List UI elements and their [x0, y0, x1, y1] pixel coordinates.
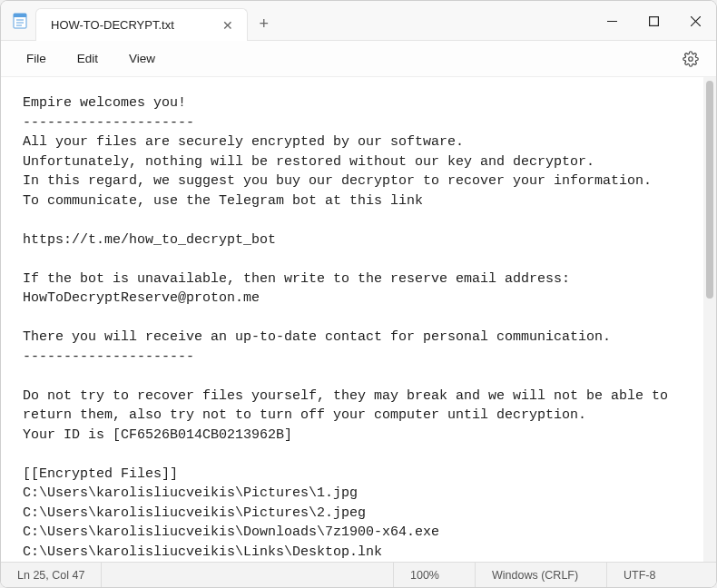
statusbar: Ln 25, Col 47 100% Windows (CRLF) UTF-8 — [1, 562, 716, 587]
menu-view[interactable]: View — [116, 46, 168, 71]
close-button[interactable] — [674, 1, 716, 41]
close-tab-icon[interactable]: ✕ — [220, 17, 236, 34]
status-spacer — [102, 563, 394, 587]
menu-file[interactable]: File — [14, 46, 59, 71]
scrollbar-thumb[interactable] — [706, 81, 713, 299]
editor-area: Empire welcomes you! -------------------… — [1, 77, 716, 562]
vertical-scrollbar[interactable] — [703, 77, 716, 562]
new-tab-button[interactable]: + — [248, 8, 280, 40]
maximize-button[interactable] — [633, 1, 674, 41]
gear-icon — [683, 51, 699, 67]
window-controls — [591, 1, 716, 40]
text-content[interactable]: Empire welcomes you! -------------------… — [1, 77, 703, 562]
svg-point-9 — [689, 56, 693, 61]
notepad-window: HOW-TO-DECRYPT.txt ✕ + File Edit View Em… — [0, 0, 717, 588]
status-zoom: 100% — [394, 563, 476, 587]
status-line-ending: Windows (CRLF) — [476, 563, 607, 587]
titlebar-drag-area — [280, 1, 591, 40]
minimize-button[interactable] — [591, 1, 633, 41]
notepad-icon — [1, 1, 28, 40]
status-encoding: UTF-8 — [607, 563, 716, 587]
tab-file[interactable]: HOW-TO-DECRYPT.txt ✕ — [35, 8, 248, 41]
titlebar: HOW-TO-DECRYPT.txt ✕ + — [1, 1, 716, 41]
svg-rect-6 — [649, 16, 658, 25]
settings-button[interactable] — [678, 46, 703, 72]
menu-edit[interactable]: Edit — [64, 46, 111, 71]
menubar: File Edit View — [1, 41, 716, 77]
tab-title: HOW-TO-DECRYPT.txt — [51, 18, 174, 32]
status-cursor-position: Ln 25, Col 47 — [1, 563, 102, 587]
svg-rect-1 — [14, 14, 26, 17]
